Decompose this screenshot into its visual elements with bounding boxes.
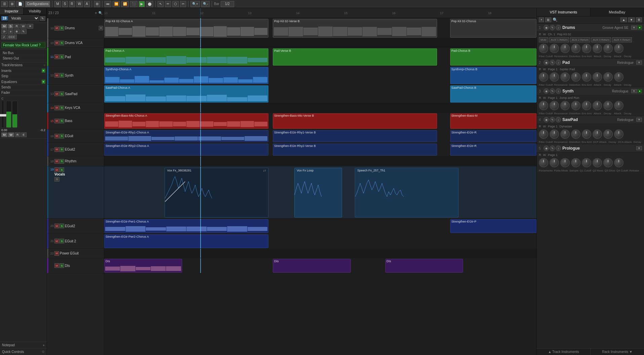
vst-drums-aux2[interactable]: AUX 2 Return xyxy=(570,37,590,42)
vst-sawpad-knob2[interactable] xyxy=(550,129,559,139)
inserts-item[interactable]: Inserts ● xyxy=(0,68,47,74)
input-mon-btn[interactable]: R xyxy=(69,1,75,7)
clip-drums-chorus[interactable]: Pop Kit 02-Chorus A xyxy=(104,19,268,38)
vst-midi-5[interactable]: ♪ xyxy=(556,146,561,151)
rewind-btn[interactable]: ⏮ xyxy=(104,1,111,7)
vst-up-btn[interactable]: ▲ xyxy=(620,17,627,22)
clip-vocals-3[interactable]: Speech Fx_257_Th1 xyxy=(355,168,459,218)
vst-power-3[interactable]: ◉ xyxy=(544,88,549,94)
drums-vca-mute[interactable]: M xyxy=(54,41,59,45)
track-edit-btn[interactable]: ✎ xyxy=(40,16,45,21)
clip-pad-chorus[interactable]: Pad-Chorus A xyxy=(104,48,268,66)
synth-mute[interactable]: M xyxy=(54,73,59,78)
clip-eguit-verse[interactable]: Strengthen-EGtr-Rhy1-Verse B xyxy=(273,130,437,142)
waveform-btn[interactable]: W xyxy=(76,1,83,7)
w-btn[interactable]: W xyxy=(8,132,14,137)
freeze-btn[interactable]: ❄ xyxy=(14,29,20,34)
vst-drums-knob4[interactable] xyxy=(571,44,581,53)
vocals-solo[interactable]: S xyxy=(59,167,64,172)
vst-midi-1[interactable]: ♪ xyxy=(556,25,561,30)
vst-edit-5[interactable]: ✎ xyxy=(550,146,555,151)
fader-thumb[interactable] xyxy=(0,114,6,117)
vst-drums-active[interactable]: ● xyxy=(638,26,642,30)
vst-sawpad-knob4[interactable] xyxy=(571,129,581,139)
vst-edit-3[interactable]: ✎ xyxy=(550,88,555,94)
vst-rack-btn[interactable]: ⊞ xyxy=(545,17,551,22)
vst-synth-knob2[interactable] xyxy=(550,101,559,110)
record-btn[interactable]: ⬤ xyxy=(146,1,153,7)
vst-pad-knob2[interactable] xyxy=(550,72,559,82)
track-versions-item[interactable]: TrackVersions ≡ xyxy=(0,63,47,68)
clip-vocals-2[interactable]: Vox Fx Loop xyxy=(294,168,342,218)
read-btn[interactable]: R xyxy=(14,24,20,29)
erase-tool[interactable]: ⬡ xyxy=(172,1,179,7)
cut-tool[interactable]: ✂ xyxy=(180,1,186,7)
clip-bass-verse[interactable]: Strengthen-Bass-Mic-Verse B xyxy=(273,113,437,129)
strip-item[interactable]: Strip xyxy=(0,74,47,79)
clip-vocals-1[interactable]: Vox Fx_38038281 ↓↑ xyxy=(165,168,268,218)
keys-vca-mute[interactable]: M xyxy=(54,106,59,110)
clip-drums-verse[interactable]: Pop Kit 02-Verse B xyxy=(273,19,437,38)
vst-sawpad-knob5[interactable] xyxy=(582,129,591,139)
lanes-btn[interactable]: ≡ xyxy=(8,29,13,34)
vst-sawpad-knob6[interactable] xyxy=(593,129,602,139)
vst-synth-knob7[interactable] xyxy=(603,101,613,110)
cycle-btn[interactable]: 🔁 xyxy=(121,1,129,7)
solo-btn[interactable]: S xyxy=(8,24,13,29)
clip-eguit2l-chorus[interactable]: Strengthen-EGtr-Pwr1-Chorus A xyxy=(104,219,268,233)
eguit2-mute[interactable]: M xyxy=(54,147,59,152)
file-btn[interactable]: 📄 xyxy=(16,1,24,7)
vst-drums-mute[interactable]: Mute xyxy=(539,37,548,42)
vst-prologue-settings[interactable]: ▼ xyxy=(636,146,642,150)
sends-item[interactable]: Sends xyxy=(0,85,47,90)
vst-pad-knob6[interactable] xyxy=(593,72,602,82)
tab-visibility[interactable]: Visibility xyxy=(24,8,47,14)
vst-synth-settings[interactable]: ▼ xyxy=(631,89,637,93)
loop-btn-insp[interactable]: ⟳ xyxy=(1,29,7,34)
mute-btn[interactable]: M xyxy=(1,24,7,29)
clip-bass-chorus[interactable]: Strengthen-Bass-Mic-Chorus A xyxy=(104,113,268,129)
rhythm-mute[interactable]: M xyxy=(54,159,59,164)
vst-midi-2[interactable]: ♪ xyxy=(556,60,561,65)
eguit-solo[interactable]: S xyxy=(59,134,64,139)
dis-mute[interactable]: M xyxy=(54,263,59,268)
app-menu-btn[interactable]: ☰ xyxy=(1,1,8,7)
snap-btn[interactable]: ⊞ xyxy=(94,1,100,7)
clip-eguit-chorus2[interactable]: Strengthen-EGtr-R xyxy=(450,130,536,142)
vst-drums-knob6[interactable] xyxy=(593,44,602,53)
vst-synth-knob8[interactable] xyxy=(614,101,624,110)
vst-pad-knob3[interactable] xyxy=(560,72,570,82)
add-track-btn[interactable]: + xyxy=(95,11,97,15)
edit-btn[interactable]: ✎ xyxy=(20,29,27,34)
mediabay-tab[interactable]: MediaBay xyxy=(591,8,644,16)
play-btn[interactable]: ▶ xyxy=(139,1,145,7)
record-mode-btn[interactable]: M xyxy=(54,1,60,7)
tab-inspector[interactable]: Inspector xyxy=(0,8,24,14)
vst-drums-knob7[interactable] xyxy=(603,44,613,53)
vst-power-2[interactable]: ◉ xyxy=(544,60,549,65)
vst-prologue-knob4[interactable] xyxy=(571,158,581,167)
drums-mute[interactable]: M xyxy=(54,26,59,31)
vst-instruments-tab[interactable]: VST Instruments xyxy=(537,8,591,16)
vst-sawpad-knob3[interactable] xyxy=(560,129,570,139)
vst-synth-knob5[interactable] xyxy=(582,101,591,110)
vst-synth-knob6[interactable] xyxy=(593,101,602,110)
vst-prologue-knob7[interactable] xyxy=(603,158,613,167)
pencil-tool[interactable]: ✏ xyxy=(165,1,171,7)
vst-sawpad-knob7[interactable] xyxy=(603,129,613,139)
sawpad-solo[interactable]: S xyxy=(59,91,64,96)
bass-solo[interactable]: S xyxy=(59,119,64,123)
vst-drums-settings[interactable]: ▼ xyxy=(631,26,637,30)
vst-power-4[interactable]: ◉ xyxy=(544,117,549,122)
quick-controls-item[interactable]: Quick Controls ⚙ xyxy=(0,348,47,355)
monitor-btn[interactable]: S xyxy=(62,1,68,7)
routing-in[interactable]: No Bus xyxy=(1,50,45,56)
vst-down-btn[interactable]: ▼ xyxy=(628,17,635,22)
configurations-btn[interactable]: Configurations xyxy=(25,1,50,7)
vst-midi-4[interactable]: ♪ xyxy=(556,117,561,122)
zoom-out[interactable]: 🔍- xyxy=(201,1,210,7)
vst-drums-knob3[interactable] xyxy=(560,44,570,53)
clip-synth-chorus2[interactable]: SynthArp-Chorus B xyxy=(450,67,536,84)
instrument-name[interactable]: Female Vox Rock Lead ? xyxy=(1,42,45,48)
vst-options-btn[interactable]: ⚙ xyxy=(636,17,642,22)
